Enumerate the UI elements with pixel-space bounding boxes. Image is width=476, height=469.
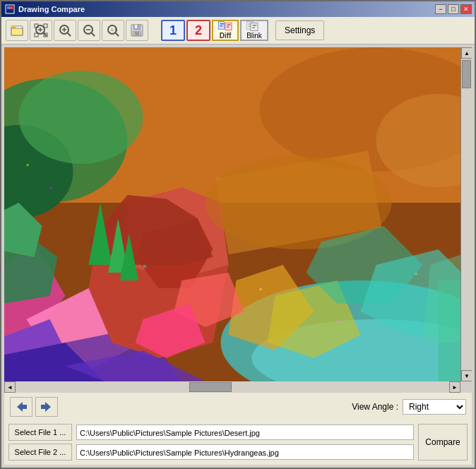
svg-line-22 <box>116 33 119 36</box>
next-button[interactable] <box>35 397 58 417</box>
file-row-1: Select File 1 ... C:\Users\Public\Pictur… <box>8 424 468 461</box>
scroll-track-vertical[interactable] <box>461 59 472 370</box>
maximize-button[interactable]: □ <box>448 4 459 14</box>
window-title: Drawing Compare <box>18 5 435 13</box>
svg-rect-28 <box>135 32 139 35</box>
svg-text:1:1: 1:1 <box>111 28 117 32</box>
svg-rect-40 <box>253 27 255 28</box>
scroll-thumb-horizontal[interactable] <box>189 382 232 392</box>
horizontal-scrollbar-row: ◄ ► <box>4 381 460 393</box>
zoom-actual-button[interactable]: 1:1 <box>102 20 124 41</box>
zoom-fit-button[interactable] <box>30 20 52 41</box>
svg-rect-1 <box>7 6 10 9</box>
file-inputs: Select File 1 ... C:\Users\Public\Pictur… <box>8 424 414 461</box>
view-mode-2-button[interactable]: 2 <box>186 20 210 41</box>
open-file-button[interactable] <box>6 20 28 41</box>
file-1-path: C:\Users\Public\Pictures\Sample Pictures… <box>76 425 414 440</box>
svg-line-15 <box>68 33 71 36</box>
svg-rect-38 <box>251 23 258 31</box>
svg-rect-5 <box>11 28 23 35</box>
scroll-thumb-vertical[interactable] <box>462 60 471 88</box>
scroll-up-button[interactable]: ▲ <box>461 47 472 59</box>
svg-rect-2 <box>10 6 13 9</box>
image-viewport[interactable] <box>4 47 460 381</box>
zoom-in-button[interactable] <box>54 20 76 41</box>
view-mode-diff-button[interactable]: Diff <box>212 20 239 41</box>
svg-rect-33 <box>227 25 230 26</box>
scroll-track-horizontal[interactable] <box>16 381 449 393</box>
window-controls: − □ ✕ <box>435 4 472 14</box>
save-button[interactable] <box>126 20 148 41</box>
svg-point-47 <box>19 71 143 164</box>
compare-button[interactable]: Compare <box>418 424 468 461</box>
svg-rect-34 <box>227 27 229 28</box>
svg-rect-30 <box>220 23 224 25</box>
view-mode-blink-button[interactable]: Blink <box>240 20 268 41</box>
scroll-left-button[interactable]: ◄ <box>4 381 16 393</box>
toolbar: 1:1 1 2 <box>1 17 475 44</box>
view-angle-row: View Angle : Right Left Top Bottom Front… <box>352 399 466 415</box>
svg-rect-31 <box>220 25 223 27</box>
scroll-down-button[interactable]: ▼ <box>461 370 472 381</box>
title-bar: Drawing Compare − □ ✕ <box>1 1 475 17</box>
app-icon <box>4 4 16 15</box>
main-window: Drawing Compare − □ ✕ <box>0 0 476 469</box>
svg-line-19 <box>92 33 95 36</box>
svg-rect-75 <box>27 164 29 166</box>
view-mode-1-button[interactable]: 1 <box>161 20 185 41</box>
settings-button[interactable]: Settings <box>275 20 324 40</box>
svg-rect-77 <box>143 265 146 268</box>
select-file-2-button[interactable]: Select File 2 ... <box>8 444 72 461</box>
close-button[interactable]: ✕ <box>460 4 472 14</box>
svg-rect-79 <box>338 319 340 322</box>
file-selection-area: Select File 1 ... C:\Users\Public\Pictur… <box>4 421 472 465</box>
view-mode-buttons: 1 2 Diff <box>161 20 268 41</box>
content-area: ▲ ▼ ◄ ► <box>1 44 475 468</box>
svg-marker-82 <box>41 402 51 412</box>
file-2-path: C:\Users\Public\Pictures\Sample Pictures… <box>76 444 414 460</box>
svg-rect-78 <box>260 288 262 290</box>
svg-rect-26 <box>135 25 137 28</box>
prev-button[interactable] <box>10 397 32 417</box>
zoom-out-button[interactable] <box>78 20 100 41</box>
view-angle-select[interactable]: Right Left Top Bottom Front Back <box>403 399 466 415</box>
navigation-row: View Angle : Right Left Top Bottom Front… <box>4 393 472 421</box>
svg-rect-39 <box>253 25 257 26</box>
blink-label: Blink <box>246 32 262 40</box>
nav-arrows <box>10 397 58 417</box>
scroll-right-button[interactable]: ► <box>449 381 460 393</box>
vertical-scrollbar[interactable]: ▲ ▼ <box>460 47 472 381</box>
svg-rect-76 <box>50 187 52 189</box>
svg-rect-80 <box>415 273 417 275</box>
minimize-button[interactable]: − <box>435 4 446 14</box>
view-angle-label: View Angle : <box>352 402 398 412</box>
select-file-1-button[interactable]: Select File 1 ... <box>8 424 72 441</box>
svg-marker-81 <box>17 402 27 412</box>
svg-line-7 <box>44 33 47 36</box>
